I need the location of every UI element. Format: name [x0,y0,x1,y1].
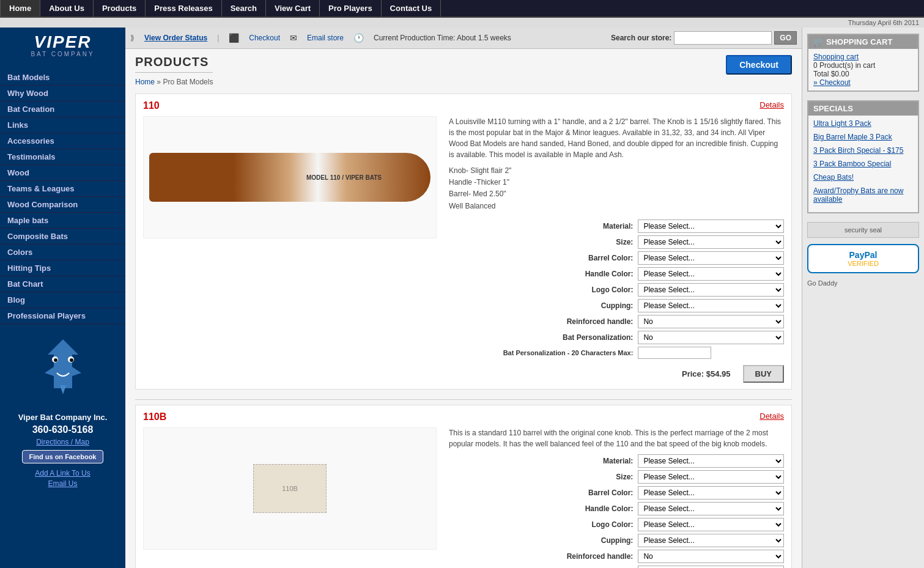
bat-personalization-select-110b[interactable]: No Yes [638,566,784,568]
cupping-select-110b[interactable]: Please Select... Yes No [638,534,784,547]
sidebar-item-bat-chart[interactable]: Bat Chart [0,276,125,292]
sidebar-item-maple[interactable]: Maple bats [0,213,125,229]
logo-color-label-110: Logo Color: [449,286,633,294]
sidebar-item-hitting-tips[interactable]: Hitting Tips [0,260,125,276]
product-110b-body: 110B This is a standard 110 barrel with … [136,427,791,568]
company-info: Viper Bat Company Inc. 360-630-5168 Dire… [18,413,108,446]
special-cheap[interactable]: Cheap Bats! [813,173,913,182]
sidebar-logo [26,336,100,397]
handle-color-select-110[interactable]: Please Select... Natural Black Mahogany [638,267,784,281]
nav-products[interactable]: Products [94,0,146,17]
reinforced-handle-label-110: Reinforced handle: [449,317,633,326]
material-select-110b[interactable]: Please Select... Maple Ash Birch [638,454,784,468]
cupping-select-110[interactable]: Please Select... Yes No [638,299,784,312]
size-label-110b: Size: [449,473,633,481]
date-bar: Thursday April 6th 2011 [0,18,924,28]
checkout-button[interactable]: Checkout [726,55,792,75]
bat-personalization-select-110[interactable]: No Yes [638,331,784,344]
sidebar-item-composite[interactable]: Composite Bats [0,229,125,245]
product-110b-header: 110B Details [136,411,791,427]
search-label: Search our store: [611,34,671,42]
product-110-specs: Knob- Slight flair 2" Handle -Thicker 1"… [449,165,784,212]
email-link[interactable]: Email Us [22,479,103,488]
specials-body: Ultra Light 3 Pack Big Barrel Maple 3 Pa… [808,116,918,212]
barrel-color-select-110b[interactable]: Please Select... Natural Black Mahogany [638,486,784,500]
search-go-button[interactable]: GO [774,31,797,45]
svg-marker-5 [60,385,66,394]
nav-about[interactable]: About Us [40,0,94,17]
sidebar-links: Find us on Facebook Add A Link To Us Ema… [22,446,103,488]
paypal-text: PayPal [813,250,913,260]
material-select-110[interactable]: Please Select... Maple Ash Birch [638,219,784,233]
sidebar-item-colors[interactable]: Colors [0,245,125,260]
product-110-form: Material: Please Select... Maple Ash Bir… [449,219,784,359]
sidebar-item-blog[interactable]: Blog [0,292,125,308]
buy-button-110[interactable]: BUY [743,365,784,383]
size-select-110b[interactable]: Please Select... 31" 32" 33" 34" [638,470,784,484]
cupping-label-110b: Cupping: [449,536,633,545]
right-sidebar: 🛒 SHOPPING CART Shopping cart 0 Product(… [802,28,924,568]
size-select-110[interactable]: Please Select... 31" 32" 33" 34" [638,235,784,249]
clock-icon: 🕐 [353,33,364,43]
reinforced-handle-select-110[interactable]: No Yes [638,315,784,328]
material-label-110b: Material: [449,457,633,465]
special-big-barrel[interactable]: Big Barrel Maple 3 Pack [813,133,913,141]
special-award[interactable]: Award/Trophy Bats are now available [813,186,913,204]
view-order-status[interactable]: View Order Status [144,34,207,42]
security-seal: security seal [807,222,919,238]
add-link[interactable]: Add A Link To Us [22,469,103,478]
handle-color-select-110b[interactable]: Please Select... Natural Black Mahogany [638,502,784,515]
email-store-link[interactable]: Email store [307,34,344,42]
product-110-image: MODEL 110 / VIPER BATS [143,116,437,238]
special-birch[interactable]: 3 Pack Birch Special - $175 [813,146,913,155]
sidebar-item-testimonials[interactable]: Testimonials [0,149,125,165]
nav-cart[interactable]: View Cart [266,0,320,17]
special-ultra-light[interactable]: Ultra Light 3 Pack [813,119,913,128]
sidebar-item-bat-creation[interactable]: Bat Creation [0,101,125,117]
breadcrumb-home[interactable]: Home [135,78,155,86]
special-bamboo[interactable]: 3 Pack Bamboo Special [813,160,913,168]
sidebar-item-accessories[interactable]: Accessories [0,133,125,149]
search-area: Search our store: GO [611,31,797,45]
nav-contact[interactable]: Contact Us [382,0,442,17]
cart-checkout-link[interactable]: » Checkout [813,78,851,87]
barrel-color-label-110b: Barrel Color: [449,489,633,497]
barrel-color-select-110[interactable]: Please Select... Natural Black Mahogany [638,251,784,265]
sidebar-item-links[interactable]: Links [0,117,125,133]
sidebar-item-bat-models[interactable]: Bat Models [0,70,125,86]
sidebar-item-wood-comparison[interactable]: Wood Comparison [0,197,125,213]
sidebar-item-professional-players[interactable]: Professional Players [0,308,125,324]
product-110b-details-link[interactable]: Details [760,411,784,422]
production-time: Current Production Time: About 1.5 weeks [374,34,511,42]
sidebar-item-wood[interactable]: Wood [0,165,125,181]
logo-color-select-110b[interactable]: Please Select... Black White Gold [638,518,784,531]
product-110-price: Price: $54.95 [682,369,731,378]
product-110-header: 110 Details [136,100,791,116]
cupping-label-110: Cupping: [449,301,633,310]
shopping-cart-link[interactable]: Shopping cart [813,53,859,61]
nav-home[interactable]: Home [0,0,40,17]
logo-color-select-110[interactable]: Please Select... Black White Gold [638,283,784,297]
nav-pro[interactable]: Pro Players [320,0,382,17]
directions-link[interactable]: Directions / Map [18,438,108,446]
cart-body: Shopping cart 0 Product(s) in cart Total… [808,49,918,90]
product-110b-image: 110B [143,427,437,550]
product-110-details-link[interactable]: Details [760,100,784,111]
sidebar-item-teams[interactable]: Teams & Leagues [0,181,125,197]
toolbar: ⟫ View Order Status | ⬛ Checkout ✉ Email… [125,28,802,49]
checkout-link[interactable]: Checkout [249,34,280,42]
reinforced-handle-select-110b[interactable]: No Yes [638,550,784,563]
cart-header-label: SHOPPING CART [826,37,892,46]
search-input[interactable] [674,31,772,45]
sidebar-item-why-wood[interactable]: Why Wood [0,86,125,101]
product-110-footer: Price: $54.95 BUY [136,359,791,383]
nav-press[interactable]: Press Releases [146,0,221,17]
top-nav: Home About Us Products Press Releases Se… [0,0,924,18]
handle-color-label-110b: Handle Color: [449,504,633,513]
bat-110-image: MODEL 110 / VIPER BATS [149,153,431,202]
bat-personalization-input-110[interactable] [638,347,711,359]
bat-110b-label: 110B [282,485,298,492]
nav-search[interactable]: Search [222,0,266,17]
sidebar-nav: Bat Models Why Wood Bat Creation Links A… [0,70,125,324]
facebook-button[interactable]: Find us on Facebook [22,450,103,463]
